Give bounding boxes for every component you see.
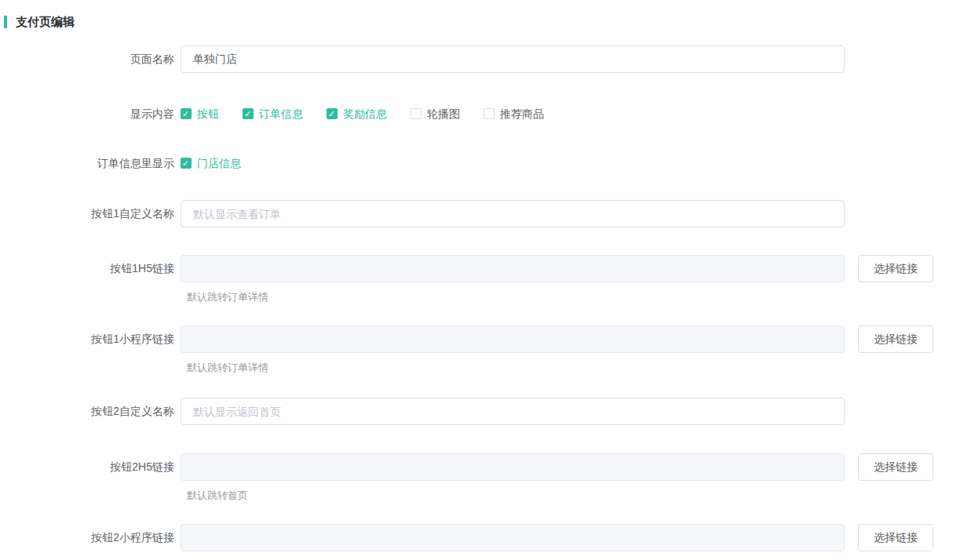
- page-title: 支付页编辑: [4, 16, 960, 28]
- checkbox-button[interactable]: 按钮: [181, 106, 219, 122]
- btn1-name-input[interactable]: [181, 200, 845, 227]
- btn1-mini-link-label: 按钮1小程序链接: [0, 325, 181, 353]
- group-btn1-mini-link: 按钮1小程序链接 选择链接 默认跳转订单详情: [0, 325, 960, 373]
- payment-page-form: 页面名称 显示内容 按钮 订单信息 奖励信息: [0, 45, 960, 551]
- checkbox-icon: [181, 108, 192, 119]
- btn2-mini-link-label: 按钮2小程序链接: [0, 524, 181, 551]
- checkbox-icon: [243, 108, 254, 119]
- btn1-h5-link-label: 按钮1H5链接: [0, 255, 181, 282]
- page-name-input[interactable]: [181, 45, 845, 73]
- btn2-name-label: 按钮2自定义名称: [0, 398, 181, 425]
- btn1-name-label: 按钮1自定义名称: [0, 200, 181, 227]
- row-btn2-h5-link: 按钮2H5链接 选择链接: [0, 453, 960, 481]
- order-info-checkbox-group: 门店信息: [181, 155, 241, 171]
- checkbox-icon: [411, 108, 422, 119]
- btn2-h5-link-hint: 默认跳转首页: [187, 489, 960, 501]
- checkbox-label: 门店信息: [197, 155, 241, 171]
- checkbox-icon: [181, 158, 192, 169]
- row-display-content: 显示内容 按钮 订单信息 奖励信息 轮播图: [0, 106, 960, 122]
- btn2-mini-link-input: [181, 524, 845, 551]
- btn1-h5-link-hint: 默认跳转订单详情: [187, 291, 960, 303]
- display-content-label: 显示内容: [0, 106, 181, 122]
- checkbox-recommended-products[interactable]: 推荐商品: [484, 106, 544, 122]
- btn1-mini-link-hint: 默认跳转订单详情: [187, 362, 960, 373]
- row-btn2-custom-name: 按钮2自定义名称: [0, 398, 960, 425]
- row-btn1-custom-name: 按钮1自定义名称: [0, 200, 960, 227]
- btn2-h5-select-link-button[interactable]: 选择链接: [858, 453, 933, 481]
- checkbox-order-info[interactable]: 订单信息: [243, 106, 303, 122]
- display-content-checkbox-group: 按钮 订单信息 奖励信息 轮播图 推荐商品: [181, 106, 544, 122]
- btn2-h5-link-label: 按钮2H5链接: [0, 453, 181, 481]
- checkbox-label: 推荐商品: [500, 106, 544, 122]
- btn2-h5-link-input: [181, 453, 845, 481]
- checkbox-reward-info[interactable]: 奖励信息: [327, 106, 387, 122]
- btn2-mini-select-link-button[interactable]: 选择链接: [858, 524, 933, 551]
- btn1-mini-select-link-button[interactable]: 选择链接: [858, 325, 933, 353]
- checkbox-icon: [327, 108, 338, 119]
- btn2-name-input[interactable]: [181, 398, 845, 425]
- btn1-h5-select-link-button[interactable]: 选择链接: [858, 255, 933, 282]
- group-btn2-h5-link: 按钮2H5链接 选择链接 默认跳转首页: [0, 453, 960, 501]
- row-page-name: 页面名称: [0, 45, 960, 73]
- checkbox-label: 订单信息: [259, 106, 303, 122]
- row-order-info-display: 订单信息里显示 门店信息: [0, 155, 960, 171]
- btn1-h5-link-input: [181, 255, 845, 282]
- checkbox-label: 按钮: [197, 106, 219, 122]
- row-btn1-mini-link: 按钮1小程序链接 选择链接: [0, 325, 960, 353]
- checkbox-label: 轮播图: [427, 106, 460, 122]
- checkbox-carousel[interactable]: 轮播图: [411, 106, 460, 122]
- row-btn1-h5-link: 按钮1H5链接 选择链接: [0, 255, 960, 282]
- row-btn2-mini-link: 按钮2小程序链接 选择链接: [0, 524, 960, 551]
- group-btn2-mini-link: 按钮2小程序链接 选择链接: [0, 524, 960, 551]
- checkbox-label: 奖励信息: [343, 106, 387, 122]
- page-name-label: 页面名称: [0, 45, 181, 73]
- group-btn1-h5-link: 按钮1H5链接 选择链接 默认跳转订单详情: [0, 255, 960, 303]
- checkbox-store-info[interactable]: 门店信息: [181, 155, 241, 171]
- checkbox-icon: [484, 108, 495, 119]
- order-info-display-label: 订单信息里显示: [0, 155, 181, 171]
- btn1-mini-link-input: [181, 325, 845, 353]
- payment-page-editor: 支付页编辑 页面名称 显示内容 按钮 订单信息 奖励信息: [0, 0, 960, 560]
